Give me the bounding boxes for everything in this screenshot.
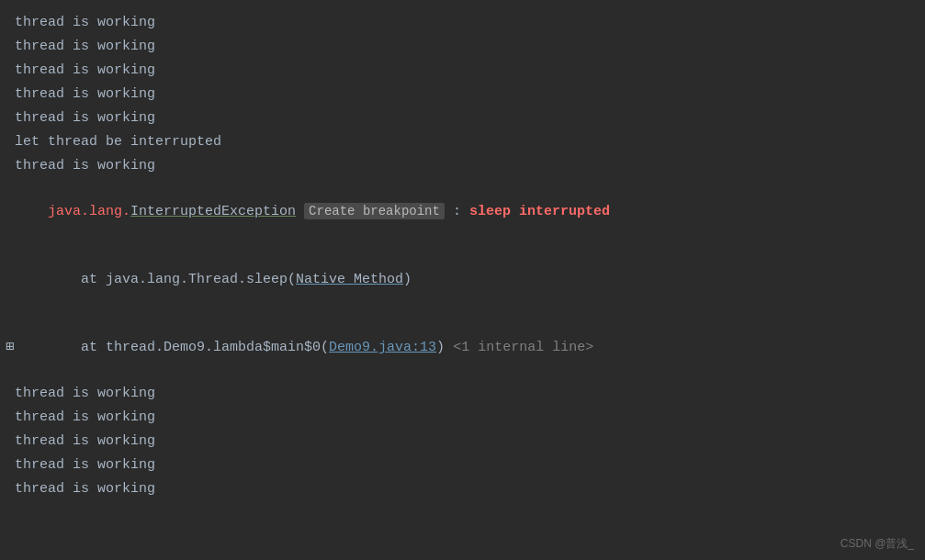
- watermark: CSDN @普浅_: [840, 535, 914, 553]
- line-8: thread is working: [0, 406, 925, 430]
- native-method-link[interactable]: Native Method: [296, 272, 403, 287]
- line-11: thread is working: [0, 477, 925, 501]
- line-5: thread is working: [0, 106, 925, 130]
- line-9: thread is working: [0, 430, 925, 454]
- stack-line-2: ⊞ at thread.Demo9.lambda$main$0(Demo9.ja…: [0, 314, 925, 382]
- line-1: thread is working: [0, 11, 925, 35]
- line-3: thread is working: [0, 59, 925, 83]
- line-10: thread is working: [0, 454, 925, 477]
- exception-line: java.lang.InterruptedException Create br…: [0, 178, 925, 246]
- create-breakpoint-badge[interactable]: Create breakpoint: [304, 203, 445, 219]
- exception-class: java.lang.: [48, 204, 130, 219]
- expand-icon[interactable]: ⊞: [6, 337, 14, 359]
- exception-message: sleep interrupted: [469, 204, 610, 219]
- stack-at-1: at java.lang.Thread.sleep(: [48, 272, 296, 287]
- colon-separator: :: [445, 204, 469, 219]
- stack-paren-1: ): [403, 272, 412, 287]
- line-2: thread is working: [0, 35, 925, 59]
- line-7: thread is working: [0, 382, 925, 406]
- stack-line-1: at java.lang.Thread.sleep(Native Method): [0, 246, 925, 314]
- line-4: thread is working: [0, 83, 925, 106]
- internal-line-text: <1 internal line>: [453, 340, 593, 355]
- demo9-java-link[interactable]: Demo9.java:13: [329, 340, 436, 355]
- exception-type-link[interactable]: InterruptedException: [130, 204, 296, 219]
- stack-paren-2: ): [436, 340, 453, 355]
- stack-at-2: at thread.Demo9.lambda$main$0(: [48, 340, 329, 355]
- line-interrupted: let thread be interrupted: [0, 130, 925, 154]
- console-output: thread is working thread is working thre…: [0, 7, 925, 505]
- line-6: thread is working: [0, 154, 925, 178]
